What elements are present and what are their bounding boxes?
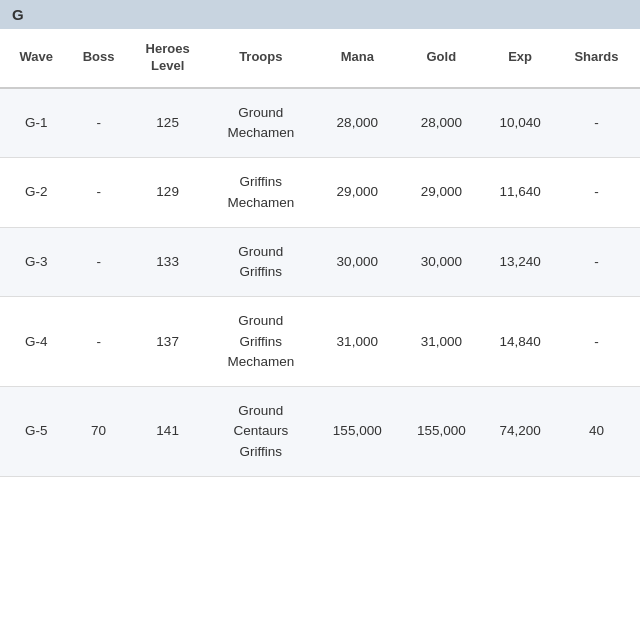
cell-shards: 40 [557,387,640,477]
wave-table: Wave Boss HeroesLevel Troops Mana Gold E… [0,29,640,477]
cell-troops: GroundGriffins [206,227,315,297]
cell-troops: GroundCentaursGriffins [206,387,315,477]
cell-troops: GriffinsMechamen [206,158,315,228]
cell-gold: 29,000 [399,158,483,228]
col-heroes-level: HeroesLevel [129,29,206,88]
cell-wave: G-3 [0,227,68,297]
col-shards: Shards [557,29,640,88]
cell-heroes_level: 129 [129,158,206,228]
col-exp: Exp [483,29,557,88]
table-row: G-3-133GroundGriffins30,00030,00013,240- [0,227,640,297]
cell-gold: 31,000 [399,297,483,387]
cell-mana: 30,000 [315,227,399,297]
cell-mana: 31,000 [315,297,399,387]
cell-boss: - [68,227,129,297]
table-row: G-2-129GriffinsMechamen29,00029,00011,64… [0,158,640,228]
cell-exp: 14,840 [483,297,557,387]
cell-boss: 70 [68,387,129,477]
cell-exp: 10,040 [483,88,557,158]
cell-heroes_level: 125 [129,88,206,158]
cell-heroes_level: 137 [129,297,206,387]
cell-shards: - [557,158,640,228]
cell-exp: 11,640 [483,158,557,228]
col-boss: Boss [68,29,129,88]
cell-troops: GroundGriffinsMechamen [206,297,315,387]
cell-shards: - [557,297,640,387]
col-wave: Wave [0,29,68,88]
cell-mana: 28,000 [315,88,399,158]
cell-mana: 155,000 [315,387,399,477]
cell-gold: 28,000 [399,88,483,158]
header-row: Wave Boss HeroesLevel Troops Mana Gold E… [0,29,640,88]
col-mana: Mana [315,29,399,88]
cell-exp: 74,200 [483,387,557,477]
table-row: G-570141GroundCentaursGriffins155,000155… [0,387,640,477]
section-title: G [12,6,24,23]
cell-heroes_level: 141 [129,387,206,477]
cell-heroes_level: 133 [129,227,206,297]
cell-wave: G-5 [0,387,68,477]
cell-boss: - [68,158,129,228]
cell-boss: - [68,297,129,387]
cell-troops: GroundMechamen [206,88,315,158]
section-header: G [0,0,640,29]
col-gold: Gold [399,29,483,88]
cell-wave: G-4 [0,297,68,387]
cell-wave: G-1 [0,88,68,158]
cell-gold: 155,000 [399,387,483,477]
col-troops: Troops [206,29,315,88]
cell-shards: - [557,88,640,158]
table-header: Wave Boss HeroesLevel Troops Mana Gold E… [0,29,640,88]
cell-mana: 29,000 [315,158,399,228]
cell-gold: 30,000 [399,227,483,297]
cell-shards: - [557,227,640,297]
table-row: G-4-137GroundGriffinsMechamen31,00031,00… [0,297,640,387]
cell-exp: 13,240 [483,227,557,297]
table-row: G-1-125GroundMechamen28,00028,00010,040- [0,88,640,158]
cell-boss: - [68,88,129,158]
cell-wave: G-2 [0,158,68,228]
table-body: G-1-125GroundMechamen28,00028,00010,040-… [0,88,640,477]
